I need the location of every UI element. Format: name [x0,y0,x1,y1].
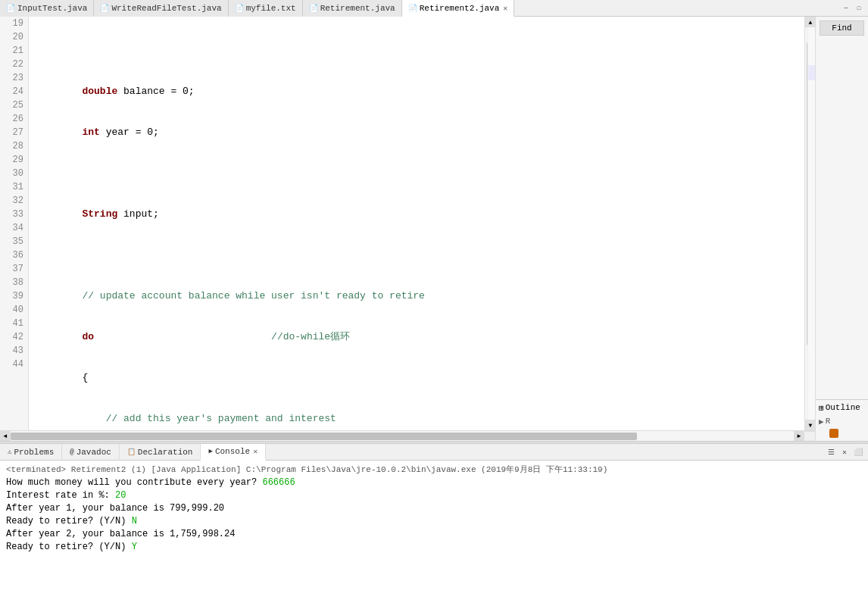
console-text-1: How much money will you contribute every… [6,477,262,488]
outline-icon: ⊞ [819,403,824,413]
console-value-2: 20 [115,490,126,501]
txt-file-icon: 📄 [235,4,244,13]
line-num-38: 38 [0,276,28,289]
console-terminated-line: <terminated> Retirement2 (1) [Java Appli… [6,464,862,475]
code-editor: 19 20 21 22 23 24 25 26 27 28 29 30 31 3… [0,17,815,441]
code-line-28: // add this year's payment and interest [35,412,804,426]
bottom-tab-bar: ⚠ Problems @ Javadoc 📋 Declaration ▶ Con… [0,444,868,461]
outline-label: Outline [826,403,860,412]
line-num-40: 40 [0,303,28,317]
console-icon: ▶ [208,447,212,455]
code-line-20: double balance = 0; [35,85,804,98]
tab-problems[interactable]: ⚠ Problems [0,444,62,461]
console-text-4: Ready to retire? (Y/N) [6,516,132,526]
tab-label: Retirement.java [320,4,395,13]
line-num-20: 20 [0,30,28,44]
line-num-44: 44 [0,358,28,371]
outline-title: ⊞ Outline [819,403,865,413]
maximize-panel-button[interactable]: ⬜ [852,446,864,458]
console-line-2: Interest rate in %: 20 [6,489,862,502]
console-label: Console [215,447,250,456]
tab-close-icon[interactable]: ✕ [503,4,507,13]
outline-entry: R [826,417,831,426]
line-num-21: 21 [0,44,28,58]
code-line-19 [35,44,804,58]
tab-label: myfile.txt [246,4,296,13]
line-num-32: 32 [0,194,28,208]
line-num-26: 26 [0,112,28,126]
bottom-controls: ☰ ✕ ⬜ [823,446,868,458]
line-num-37: 37 [0,262,28,276]
window-controls: — ☐ [835,3,868,14]
console-text-6: Ready to retire? (Y/N) [6,542,132,552]
tab-label: Retirement2.java [420,4,500,13]
tab-retirement2[interactable]: 📄 Retirement2.java ✕ [402,0,515,17]
tab-writereadfile[interactable]: 📄 WriteReadFileTest.java [94,0,228,17]
h-scroll-track[interactable] [11,431,794,441]
scroll-track[interactable] [805,27,815,420]
java-file-icon: 📄 [6,4,15,13]
clear-console-button[interactable]: ☰ [825,446,837,458]
declaration-icon: 📋 [127,448,136,456]
tab-console[interactable]: ▶ Console ✕ [201,444,266,461]
tab-retirement[interactable]: 📄 Retirement.java [303,0,402,17]
scroll-down-button[interactable]: ▼ [805,420,815,430]
javadoc-icon: @ [70,448,73,456]
expand-icon[interactable]: ▶ [819,417,824,426]
tab-label: InputTest.java [17,4,87,13]
right-panel: Find ⊞ Outline ▶ R [815,17,868,441]
console-line-1: How much money will you contribute every… [6,476,862,489]
vertical-scrollbar[interactable]: ▲ ▼ [804,17,815,430]
tab-bar: 📄 InputTest.java 📄 WriteReadFileTest.jav… [0,0,868,17]
problems-label: Problems [14,448,54,457]
console-value-4: N [132,516,137,526]
console-value-6: Y [132,542,137,552]
declaration-label: Declaration [138,448,193,457]
console-close-icon: ✕ [253,447,258,456]
console-line-6: Ready to retire? (Y/N) Y [6,541,862,554]
terminate-button[interactable]: ✕ [838,446,851,458]
line-num-29: 29 [0,153,28,167]
find-button[interactable]: Find [820,20,864,36]
tab-javadoc[interactable]: @ Javadoc [62,444,120,461]
h-scroll-thumb[interactable] [11,433,637,440]
tab-declaration[interactable]: 📋 Declaration [120,444,201,461]
java-file-icon4: 📄 [408,4,417,13]
code-content-area[interactable]: double balance = 0; int year = 0; String… [29,17,804,430]
line-num-36: 36 [0,248,28,262]
code-line-21: int year = 0; [35,126,804,139]
java-file-icon2: 📄 [100,4,109,13]
h-scroll-right-button[interactable]: ► [794,431,804,442]
horizontal-scrollbar[interactable]: ◄ ► [0,430,815,441]
minimap-area [807,27,815,420]
outline-sub-item [819,429,865,438]
line-num-31: 31 [0,180,28,194]
line-num-27: 27 [0,126,28,139]
outline-panel: ⊞ Outline ▶ R [816,399,868,441]
outline-class-icon [829,429,838,438]
maximize-button[interactable]: ☐ [854,3,864,14]
line-num-33: 33 [0,208,28,221]
line-num-25: 25 [0,98,28,112]
tab-inputtest[interactable]: 📄 InputTest.java [0,0,94,17]
console-line-5: After year 2, your balance is 1,759,998.… [6,528,862,541]
main-area: 19 20 21 22 23 24 25 26 27 28 29 30 31 3… [0,17,868,441]
bottom-panel: ⚠ Problems @ Javadoc 📋 Declaration ▶ Con… [0,444,868,603]
line-num-43: 43 [0,344,28,358]
h-scroll-left-button[interactable]: ◄ [0,431,11,442]
tab-label: WriteReadFileTest.java [111,4,221,13]
console-value-1: 666666 [262,477,295,488]
line-num-39: 39 [0,289,28,303]
code-line-25: // update account balance while user isn… [35,289,804,303]
console-text-2: Interest rate in %: [6,490,115,501]
javadoc-label: Javadoc [76,448,111,457]
console-line-4: Ready to retire? (Y/N) N [6,515,862,528]
line-num-23: 23 [0,71,28,85]
line-num-41: 41 [0,317,28,330]
tab-myfile[interactable]: 📄 myfile.txt [229,0,303,17]
console-text-3: After year 1, your balance is 799,999.20 [6,503,224,514]
problems-icon: ⚠ [8,448,11,456]
scroll-up-button[interactable]: ▲ [805,17,815,27]
code-line-24 [35,248,804,262]
minimize-button[interactable]: — [841,3,851,14]
